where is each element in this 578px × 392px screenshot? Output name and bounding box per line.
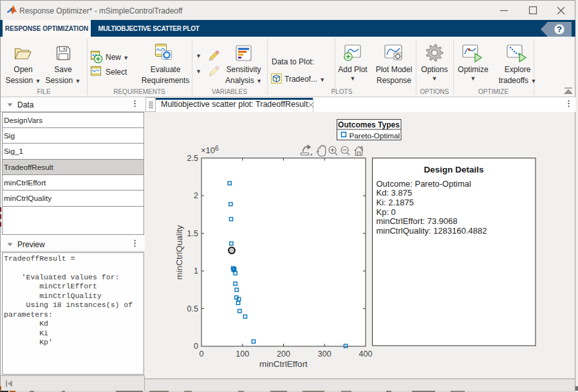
svg-text:200: 200 [277,350,290,359]
svg-text:minCtrlQuality: minCtrlQuality [174,225,184,279]
svg-text:Pareto-Optimal: Pareto-Optimal [350,131,400,140]
svg-text:Kp: 0: Kp: 0 [377,207,396,217]
svg-text:minCtrlEffort: 73.9068: minCtrlEffort: 73.9068 [377,216,458,226]
svg-text:0: 0 [194,342,198,351]
svg-text:1: 1 [194,266,198,275]
svg-text:400: 400 [359,350,373,359]
svg-text:Ki: 2.1875: Ki: 2.1875 [377,198,415,207]
svg-text:100: 100 [236,350,249,359]
svg-text:Kd: 3.875: Kd: 3.875 [377,188,413,198]
svg-text:1.5: 1.5 [187,229,198,238]
svg-text:minCtrlEffort: minCtrlEffort [259,359,308,369]
svg-text:×106: ×106 [201,145,219,155]
svg-text:minCtrlQuality: 1283160.4882: minCtrlQuality: 1283160.4882 [377,226,487,236]
svg-text:Design Details: Design Details [424,165,483,174]
svg-text:0.5: 0.5 [187,304,198,313]
svg-text:0: 0 [200,350,204,359]
svg-text:?: ? [557,24,562,34]
svg-text:Outcome: Pareto-Optimal: Outcome: Pareto-Optimal [377,179,471,189]
svg-text:2.5: 2.5 [187,154,198,163]
svg-text:Outcomes Types: Outcomes Types [338,120,400,129]
svg-text:300: 300 [318,350,331,359]
svg-text:2: 2 [194,191,198,200]
